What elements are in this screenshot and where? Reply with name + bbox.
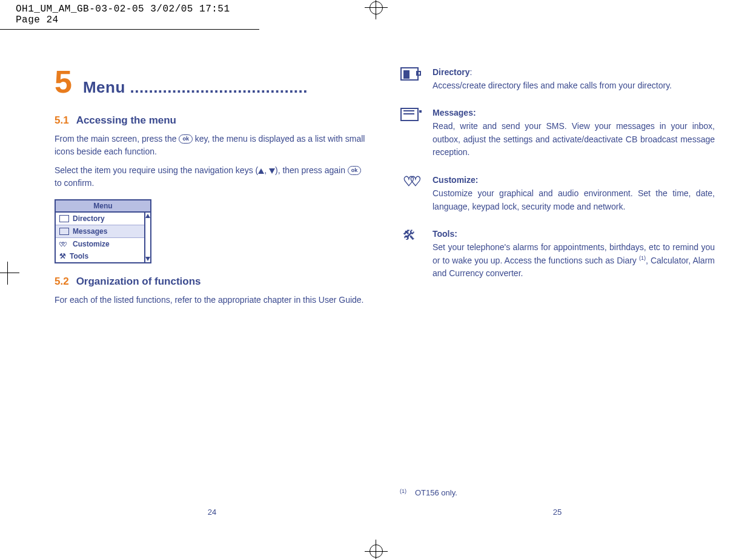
section-number: 5.2 xyxy=(55,276,69,288)
chapter-number: 5 xyxy=(55,66,72,98)
body-paragraph: For each of the listed functions, refer … xyxy=(55,294,370,306)
section-title: Accessing the menu xyxy=(76,114,176,127)
phone-menu-item: Customize xyxy=(56,238,144,250)
function-text: Messages: Read, write and send your SMS.… xyxy=(433,107,715,159)
ok-key-icon: ok xyxy=(179,134,193,144)
section-title: Organization of functions xyxy=(76,276,201,288)
phone-menu-item: Tools xyxy=(56,250,144,262)
customize-icon: ♡♡ xyxy=(400,174,419,190)
function-row: Directory: Access/create directory files… xyxy=(400,66,715,92)
messages-icon xyxy=(59,228,69,235)
function-text: Directory: Access/create directory files… xyxy=(433,66,715,92)
page-left: 5 Menu .................................… xyxy=(55,66,370,526)
phone-menu-scrollbar xyxy=(144,213,150,262)
nav-up-icon xyxy=(258,168,264,174)
messages-icon xyxy=(400,107,419,122)
scroll-down-icon xyxy=(145,257,150,261)
print-slug-text: OH1_UM_AM_GB-03-02-05 3/02/05 17:51 Page… xyxy=(16,4,230,25)
page-right: Directory: Access/create directory files… xyxy=(400,66,715,526)
footnote-mark: (1) xyxy=(400,488,406,497)
directory-icon xyxy=(400,66,419,82)
function-text: Tools: Set your telephone's alarms for a… xyxy=(433,228,715,280)
phone-menu-item-selected: Messages xyxy=(56,225,144,238)
directory-icon xyxy=(59,215,69,222)
function-row: ♡♡ Customize: Customize your graphical a… xyxy=(400,174,715,213)
phone-menu-item: Directory xyxy=(56,213,144,225)
ok-key-icon: ok xyxy=(348,166,362,175)
function-row: 🛠 Tools: Set your telephone's alarms for… xyxy=(400,228,715,280)
print-slug: OH1_UM_AM_GB-03-02-05 3/02/05 17:51 Page… xyxy=(0,0,259,30)
chapter-title: Menu ...................................… xyxy=(83,78,308,97)
phone-menu-screenshot: Menu Directory Messages Customize xyxy=(55,199,151,263)
customize-icon xyxy=(59,240,69,248)
footnote: (1) OT156 only. xyxy=(400,488,457,497)
function-row: Messages: Read, write and send your SMS.… xyxy=(400,107,715,159)
phone-menu-title: Menu xyxy=(56,200,150,213)
nav-down-icon xyxy=(269,168,275,174)
body-paragraph: Select the item you require using the na… xyxy=(55,164,370,190)
scroll-up-icon xyxy=(145,214,150,218)
function-text: Customize: Customize your graphical and … xyxy=(433,174,715,213)
page-number: 24 xyxy=(208,508,216,517)
section-number: 5.1 xyxy=(55,114,69,127)
footnote-text: OT156 only. xyxy=(415,488,457,497)
page-number: 25 xyxy=(553,508,562,517)
tools-icon xyxy=(59,252,66,260)
tools-icon: 🛠 xyxy=(400,228,419,243)
body-paragraph: From the main screen, press the ok key, … xyxy=(55,133,370,158)
